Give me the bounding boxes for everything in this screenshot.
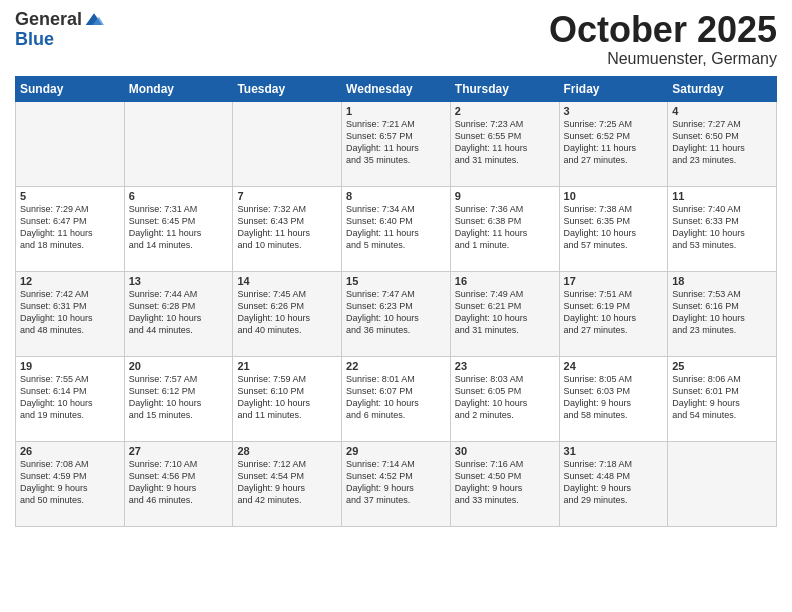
day-number: 19 — [20, 360, 120, 372]
day-number: 5 — [20, 190, 120, 202]
day-info: Sunrise: 7:34 AM Sunset: 6:40 PM Dayligh… — [346, 203, 446, 252]
table-row: 7Sunrise: 7:32 AM Sunset: 6:43 PM Daylig… — [233, 186, 342, 271]
table-row: 27Sunrise: 7:10 AM Sunset: 4:56 PM Dayli… — [124, 441, 233, 526]
table-row: 31Sunrise: 7:18 AM Sunset: 4:48 PM Dayli… — [559, 441, 668, 526]
day-number: 3 — [564, 105, 664, 117]
col-tuesday: Tuesday — [233, 76, 342, 101]
table-row: 23Sunrise: 8:03 AM Sunset: 6:05 PM Dayli… — [450, 356, 559, 441]
day-info: Sunrise: 7:12 AM Sunset: 4:54 PM Dayligh… — [237, 458, 337, 507]
day-number: 12 — [20, 275, 120, 287]
title-area: October 2025 Neumuenster, Germany — [549, 10, 777, 68]
table-row: 6Sunrise: 7:31 AM Sunset: 6:45 PM Daylig… — [124, 186, 233, 271]
day-info: Sunrise: 7:44 AM Sunset: 6:28 PM Dayligh… — [129, 288, 229, 337]
day-info: Sunrise: 8:05 AM Sunset: 6:03 PM Dayligh… — [564, 373, 664, 422]
day-info: Sunrise: 7:38 AM Sunset: 6:35 PM Dayligh… — [564, 203, 664, 252]
day-info: Sunrise: 7:55 AM Sunset: 6:14 PM Dayligh… — [20, 373, 120, 422]
day-number: 28 — [237, 445, 337, 457]
table-row: 28Sunrise: 7:12 AM Sunset: 4:54 PM Dayli… — [233, 441, 342, 526]
calendar-header-row: Sunday Monday Tuesday Wednesday Thursday… — [16, 76, 777, 101]
day-info: Sunrise: 7:10 AM Sunset: 4:56 PM Dayligh… — [129, 458, 229, 507]
page: General Blue October 2025 Neumuenster, G… — [0, 0, 792, 612]
day-number: 29 — [346, 445, 446, 457]
day-number: 23 — [455, 360, 555, 372]
table-row: 9Sunrise: 7:36 AM Sunset: 6:38 PM Daylig… — [450, 186, 559, 271]
table-row: 21Sunrise: 7:59 AM Sunset: 6:10 PM Dayli… — [233, 356, 342, 441]
table-row — [124, 101, 233, 186]
col-thursday: Thursday — [450, 76, 559, 101]
table-row — [233, 101, 342, 186]
day-number: 7 — [237, 190, 337, 202]
table-row: 20Sunrise: 7:57 AM Sunset: 6:12 PM Dayli… — [124, 356, 233, 441]
day-number: 9 — [455, 190, 555, 202]
month-title: October 2025 — [549, 10, 777, 50]
table-row: 3Sunrise: 7:25 AM Sunset: 6:52 PM Daylig… — [559, 101, 668, 186]
logo-blue: Blue — [15, 30, 104, 50]
day-number: 1 — [346, 105, 446, 117]
table-row: 19Sunrise: 7:55 AM Sunset: 6:14 PM Dayli… — [16, 356, 125, 441]
day-info: Sunrise: 7:21 AM Sunset: 6:57 PM Dayligh… — [346, 118, 446, 167]
day-info: Sunrise: 7:32 AM Sunset: 6:43 PM Dayligh… — [237, 203, 337, 252]
day-info: Sunrise: 7:40 AM Sunset: 6:33 PM Dayligh… — [672, 203, 772, 252]
day-info: Sunrise: 7:49 AM Sunset: 6:21 PM Dayligh… — [455, 288, 555, 337]
day-number: 15 — [346, 275, 446, 287]
logo-icon — [84, 10, 104, 30]
col-sunday: Sunday — [16, 76, 125, 101]
table-row: 30Sunrise: 7:16 AM Sunset: 4:50 PM Dayli… — [450, 441, 559, 526]
subtitle: Neumuenster, Germany — [549, 50, 777, 68]
day-info: Sunrise: 7:14 AM Sunset: 4:52 PM Dayligh… — [346, 458, 446, 507]
day-number: 10 — [564, 190, 664, 202]
day-info: Sunrise: 8:03 AM Sunset: 6:05 PM Dayligh… — [455, 373, 555, 422]
day-info: Sunrise: 7:57 AM Sunset: 6:12 PM Dayligh… — [129, 373, 229, 422]
table-row: 11Sunrise: 7:40 AM Sunset: 6:33 PM Dayli… — [668, 186, 777, 271]
header: General Blue October 2025 Neumuenster, G… — [15, 10, 777, 68]
day-number: 27 — [129, 445, 229, 457]
day-info: Sunrise: 7:23 AM Sunset: 6:55 PM Dayligh… — [455, 118, 555, 167]
col-saturday: Saturday — [668, 76, 777, 101]
day-info: Sunrise: 7:47 AM Sunset: 6:23 PM Dayligh… — [346, 288, 446, 337]
col-monday: Monday — [124, 76, 233, 101]
day-info: Sunrise: 8:06 AM Sunset: 6:01 PM Dayligh… — [672, 373, 772, 422]
table-row: 25Sunrise: 8:06 AM Sunset: 6:01 PM Dayli… — [668, 356, 777, 441]
table-row: 5Sunrise: 7:29 AM Sunset: 6:47 PM Daylig… — [16, 186, 125, 271]
table-row: 10Sunrise: 7:38 AM Sunset: 6:35 PM Dayli… — [559, 186, 668, 271]
calendar-table: Sunday Monday Tuesday Wednesday Thursday… — [15, 76, 777, 527]
day-number: 8 — [346, 190, 446, 202]
day-number: 2 — [455, 105, 555, 117]
logo-text: General Blue — [15, 10, 104, 50]
col-friday: Friday — [559, 76, 668, 101]
table-row: 16Sunrise: 7:49 AM Sunset: 6:21 PM Dayli… — [450, 271, 559, 356]
day-info: Sunrise: 7:51 AM Sunset: 6:19 PM Dayligh… — [564, 288, 664, 337]
day-info: Sunrise: 7:18 AM Sunset: 4:48 PM Dayligh… — [564, 458, 664, 507]
day-info: Sunrise: 7:36 AM Sunset: 6:38 PM Dayligh… — [455, 203, 555, 252]
day-info: Sunrise: 7:08 AM Sunset: 4:59 PM Dayligh… — [20, 458, 120, 507]
day-info: Sunrise: 7:16 AM Sunset: 4:50 PM Dayligh… — [455, 458, 555, 507]
calendar-week-row: 12Sunrise: 7:42 AM Sunset: 6:31 PM Dayli… — [16, 271, 777, 356]
table-row: 24Sunrise: 8:05 AM Sunset: 6:03 PM Dayli… — [559, 356, 668, 441]
day-number: 22 — [346, 360, 446, 372]
table-row: 2Sunrise: 7:23 AM Sunset: 6:55 PM Daylig… — [450, 101, 559, 186]
day-info: Sunrise: 7:45 AM Sunset: 6:26 PM Dayligh… — [237, 288, 337, 337]
day-info: Sunrise: 7:53 AM Sunset: 6:16 PM Dayligh… — [672, 288, 772, 337]
calendar-week-row: 5Sunrise: 7:29 AM Sunset: 6:47 PM Daylig… — [16, 186, 777, 271]
day-number: 4 — [672, 105, 772, 117]
day-number: 11 — [672, 190, 772, 202]
table-row: 29Sunrise: 7:14 AM Sunset: 4:52 PM Dayli… — [342, 441, 451, 526]
table-row: 12Sunrise: 7:42 AM Sunset: 6:31 PM Dayli… — [16, 271, 125, 356]
day-info: Sunrise: 7:27 AM Sunset: 6:50 PM Dayligh… — [672, 118, 772, 167]
day-number: 21 — [237, 360, 337, 372]
day-number: 20 — [129, 360, 229, 372]
table-row: 22Sunrise: 8:01 AM Sunset: 6:07 PM Dayli… — [342, 356, 451, 441]
table-row: 4Sunrise: 7:27 AM Sunset: 6:50 PM Daylig… — [668, 101, 777, 186]
day-number: 13 — [129, 275, 229, 287]
table-row — [668, 441, 777, 526]
table-row: 14Sunrise: 7:45 AM Sunset: 6:26 PM Dayli… — [233, 271, 342, 356]
table-row: 8Sunrise: 7:34 AM Sunset: 6:40 PM Daylig… — [342, 186, 451, 271]
day-info: Sunrise: 7:25 AM Sunset: 6:52 PM Dayligh… — [564, 118, 664, 167]
day-info: Sunrise: 7:59 AM Sunset: 6:10 PM Dayligh… — [237, 373, 337, 422]
day-number: 6 — [129, 190, 229, 202]
day-number: 16 — [455, 275, 555, 287]
logo: General Blue — [15, 10, 104, 50]
day-number: 24 — [564, 360, 664, 372]
logo-general: General — [15, 10, 82, 30]
day-number: 31 — [564, 445, 664, 457]
